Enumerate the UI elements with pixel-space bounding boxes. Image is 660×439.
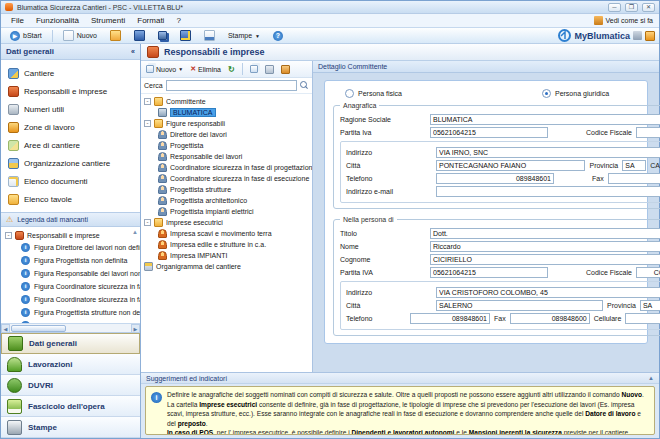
save-all-button[interactable]: [153, 29, 172, 42]
nav-dati-generali[interactable]: Dati generali: [1, 333, 140, 354]
calendar-icon[interactable]: [645, 31, 655, 41]
sidebar-item-responsabili-e-imprese[interactable]: Responsabili e imprese: [1, 82, 140, 100]
tree-refresh-button[interactable]: ↻: [226, 64, 237, 75]
tree-node-blumatica[interactable]: BLUMATICA: [144, 107, 312, 118]
collapse-node-icon[interactable]: -: [144, 98, 151, 105]
citta-persona-field[interactable]: [436, 300, 603, 311]
titolo-field[interactable]: [430, 228, 660, 239]
tree-node-impresa-impianti[interactable]: Impresa IMPIANTI: [144, 250, 312, 261]
open-button[interactable]: [105, 28, 126, 43]
menu-file[interactable]: File: [5, 15, 30, 26]
partita-iva-persona-field[interactable]: [430, 267, 548, 278]
horizontal-scrollbar[interactable]: ◀ ▶: [1, 323, 140, 332]
bstart-button[interactable]: ▶ bStart: [5, 29, 47, 43]
sidebar-item-cantiere[interactable]: Cantiere: [1, 64, 140, 82]
legenda-item[interactable]: iFigura Progettista strutture non defini…: [5, 306, 140, 319]
radio-selected-icon[interactable]: [542, 89, 551, 98]
tree-node-progettista[interactable]: Progettista: [144, 140, 312, 151]
save-as-button[interactable]: [175, 28, 196, 43]
fax-persona-field[interactable]: [510, 313, 590, 324]
nuovo-button[interactable]: Nuovo: [58, 28, 102, 43]
indirizzo-persona-field[interactable]: [436, 287, 660, 298]
tree-node-csp[interactable]: Coordinatore sicurezza in fase di proget…: [144, 162, 312, 173]
sidebar-item-elenco-tavole[interactable]: Elenco tavole: [1, 190, 140, 208]
tree-node-impresa-scavi[interactable]: Impresa scavi e movimento terra: [144, 228, 312, 239]
menu-formati[interactable]: Formati: [131, 15, 170, 26]
legenda-item[interactable]: iFigura Coordinatore sicurezza in fase d…: [5, 293, 140, 306]
tree-node-imprese-esecutrici[interactable]: -Imprese esecutrici: [144, 217, 312, 228]
nome-field[interactable]: [430, 241, 660, 252]
telefono-field[interactable]: [436, 173, 554, 184]
tree-nuovo-button[interactable]: Nuovo ▼: [144, 64, 185, 74]
citta-field[interactable]: [436, 160, 585, 171]
legenda-item[interactable]: iFigura Direttore dei lavori non definit…: [5, 241, 140, 254]
indirizzo-field[interactable]: [436, 147, 660, 158]
radio-icon[interactable]: [345, 89, 354, 98]
tree-elimina-button[interactable]: ✕ Elimina: [188, 64, 223, 74]
minimize-button[interactable]: ─: [608, 3, 621, 12]
fax-field[interactable]: [608, 173, 660, 184]
suggestions-header[interactable]: Suggerimenti ed indicatori ▲: [141, 373, 659, 384]
provincia-persona-field[interactable]: [640, 300, 660, 311]
close-button[interactable]: ✕: [642, 3, 655, 12]
tree-paste-button[interactable]: [279, 64, 292, 75]
tree-node-impresa-edile[interactable]: Impresa edile e strutture in c.a.: [144, 239, 312, 250]
nav-fascicolo-opera[interactable]: Fascicolo dell'opera: [1, 396, 140, 417]
tree-node-responsabile-lavori[interactable]: Responsabile dei lavori: [144, 151, 312, 162]
vedi-come-si-fa-button[interactable]: Vedi come si fa: [594, 16, 655, 25]
sidebar-item-numeri-utili[interactable]: Numeri utili: [1, 100, 140, 118]
stampe-button[interactable]: Stampe ▼: [223, 30, 265, 41]
sidebar-item-elenco-documenti[interactable]: Elenco documenti: [1, 172, 140, 190]
sidebar-item-aree-di-cantiere[interactable]: Aree di cantiere: [1, 136, 140, 154]
tree-node-progettista-strutture[interactable]: Progettista strutture: [144, 184, 312, 195]
telefono-persona-field[interactable]: [410, 313, 490, 324]
menu-help[interactable]: ?: [170, 15, 186, 26]
help-button[interactable]: ?: [268, 29, 288, 43]
legenda-item[interactable]: iFigura Coordinatore sicurezza in fase d…: [5, 280, 140, 293]
nav-stampe[interactable]: Stampe: [1, 417, 140, 438]
menu-funzionalita[interactable]: Funzionalità: [30, 15, 85, 26]
tree-node-organigramma[interactable]: Organigramma del cantiere: [144, 261, 312, 272]
tree-node-cse[interactable]: Coordinatore sicurezza in fase di esecuz…: [144, 173, 312, 184]
tree-cut-button[interactable]: [263, 64, 276, 75]
scrollbar-thumb[interactable]: [11, 325, 66, 332]
codice-fiscale-field[interactable]: [636, 127, 660, 138]
search-input[interactable]: [166, 80, 297, 91]
nav-duvri[interactable]: DUVRI: [1, 375, 140, 396]
collapse-node-icon[interactable]: -: [5, 232, 12, 239]
legenda-header[interactable]: ⚠ Legenda dati mancanti: [1, 213, 140, 227]
collapse-node-icon[interactable]: -: [144, 219, 151, 226]
cellulare-field[interactable]: [625, 313, 660, 324]
sidebar-header[interactable]: Dati generali «: [1, 44, 140, 60]
ragione-sociale-field[interactable]: [430, 114, 660, 125]
cognome-field[interactable]: [430, 254, 660, 265]
collapse-node-icon[interactable]: -: [144, 120, 151, 127]
save-button[interactable]: [129, 28, 150, 43]
partita-iva-field[interactable]: [430, 127, 548, 138]
collapse-panel-icon[interactable]: ▲: [648, 375, 654, 381]
search-icon[interactable]: [300, 81, 309, 90]
provincia-field[interactable]: [622, 160, 646, 171]
radio-persona-giuridica[interactable]: Persona giuridica: [542, 89, 609, 98]
nav-lavorazioni[interactable]: Lavorazioni: [1, 354, 140, 375]
maximize-button[interactable]: ❐: [625, 3, 638, 12]
tree-copy-button[interactable]: [248, 64, 260, 74]
tree-node-committente[interactable]: -Committente: [144, 96, 312, 107]
legenda-item[interactable]: iFigura Progettista non definita: [5, 254, 140, 267]
tree-node-figure-responsabili[interactable]: -Figure responsabili: [144, 118, 312, 129]
collapse-sidebar-icon[interactable]: «: [131, 48, 135, 55]
myblumatica-brand[interactable]: MyBlumatica: [558, 29, 655, 42]
codice-fiscale-persona-field[interactable]: [636, 267, 660, 278]
scroll-up-icon[interactable]: ▲: [132, 229, 138, 235]
sidebar-item-organizzazione-cantiere[interactable]: Organizzazione cantiere: [1, 154, 140, 172]
tree-node-direttore-lavori[interactable]: Direttore dei lavori: [144, 129, 312, 140]
tree-node-progettista-architettonico[interactable]: Progettista architettonico: [144, 195, 312, 206]
legenda-item[interactable]: iFigura Progettista architettonico non d…: [5, 319, 140, 323]
user-icon[interactable]: [633, 31, 642, 40]
menu-strumenti[interactable]: Strumenti: [85, 15, 131, 26]
legenda-item[interactable]: iFigura Responsabile dei lavori non defi…: [5, 267, 140, 280]
tree-node-progettista-impianti[interactable]: Progettista impianti elettrici: [144, 206, 312, 217]
sidebar-item-zone-di-lavoro[interactable]: Zone di lavoro: [1, 118, 140, 136]
export-button[interactable]: [199, 28, 220, 43]
radio-persona-fisica[interactable]: Persona fisica: [345, 89, 402, 98]
